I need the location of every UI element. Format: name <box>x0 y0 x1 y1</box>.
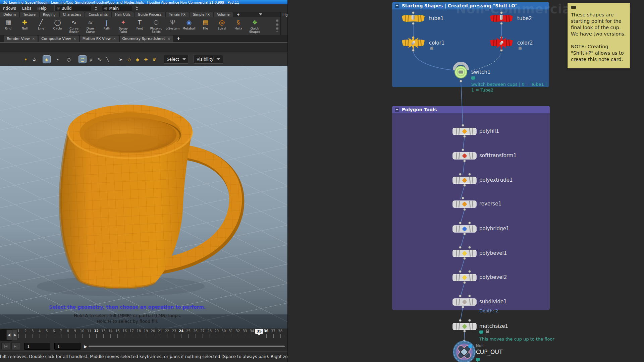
go-to-start-button[interactable]: |◀ <box>1 343 10 350</box>
comment-icon[interactable] <box>476 358 480 361</box>
node-color1[interactable] <box>401 38 426 48</box>
shelf-tab-terrain-fx[interactable]: Terrain FX <box>166 12 189 17</box>
node-label-polybridge1[interactable]: polybridge1 <box>479 226 509 232</box>
network-editor[interactable]: − Starting Shapes | Created pressing "Sh… <box>287 0 644 362</box>
node-label-polybevel2[interactable]: polybevel2 <box>479 274 507 280</box>
select-by-normal-icon[interactable]: ♛ <box>151 56 158 63</box>
node-switch1[interactable] <box>454 66 467 78</box>
menu-windows[interactable]: ndows <box>0 6 19 11</box>
shelf-tab-texture[interactable]: Texture <box>20 12 39 17</box>
shelf-tool-quick-shapes[interactable]: ❖Quick Shapes <box>247 18 263 34</box>
comment-icon[interactable] <box>471 76 475 79</box>
select-frontfacing-icon[interactable]: ◆ <box>134 56 141 63</box>
node-label-color1[interactable]: color1 <box>429 40 444 46</box>
shelf-tab-guide-process[interactable]: Guide Process <box>135 12 165 17</box>
node-label-softtransform1[interactable]: softtransform1 <box>479 153 517 159</box>
shelf-tool-spiral[interactable]: @Spiral <box>214 18 230 30</box>
node-softtransform1[interactable] <box>452 151 477 161</box>
shelf-tool-spray-paint[interactable]: ✦Spray Paint <box>115 18 131 34</box>
shelf-tab-add[interactable]: + <box>233 12 243 17</box>
shelf-overflow-icon[interactable] <box>259 13 262 15</box>
shelf-tab-deform[interactable]: Deform <box>0 12 19 17</box>
select-snap-icon[interactable]: ✚ <box>142 56 150 63</box>
node-label-tube1[interactable]: tube1 <box>429 15 444 21</box>
null-display-flag[interactable] <box>468 344 472 348</box>
marquee-select-icon[interactable]: ▢ <box>79 56 86 63</box>
next-keyframe-button[interactable]: |▶ <box>12 329 18 340</box>
shelf-tool-l-system[interactable]: ΨL-System <box>164 18 181 30</box>
shelf-tool-line[interactable]: ╱Line <box>33 18 49 30</box>
desktop-spinner[interactable] <box>95 6 97 10</box>
pane-tab-add[interactable]: + <box>174 36 183 42</box>
shelf-tool-grid[interactable]: ▦Grid <box>0 18 16 30</box>
node-subdivide1[interactable] <box>452 297 477 307</box>
close-icon[interactable]: × <box>167 36 170 42</box>
node-label-matchsize1[interactable]: matchsize1 <box>479 323 508 329</box>
visibility-dropdown[interactable]: Visibility <box>194 55 223 64</box>
node-matchsize1[interactable] <box>452 321 477 331</box>
shelf-tab-characters[interactable]: Characters <box>60 12 85 17</box>
node-label-cup-out[interactable]: CUP_OUT <box>476 349 502 355</box>
shelf-tab-rigging[interactable]: Rigging <box>40 12 59 17</box>
shelf-tool-path[interactable]: ʃPath <box>99 18 115 30</box>
pane-tab-render-view[interactable]: Render View× <box>4 36 38 42</box>
shelf-tab-simple-fx[interactable]: Simple FX <box>190 12 213 17</box>
shelf-tool-metaball[interactable]: ◉Metaball <box>181 18 197 30</box>
netbox-polygon-tools-header[interactable]: − Polygon Tools <box>392 106 550 113</box>
laser-select-icon[interactable]: ╲ <box>104 56 111 63</box>
shelf-tab-volume[interactable]: Volume <box>214 12 233 17</box>
shelf-tool-circle[interactable]: ◯Circle <box>49 18 66 30</box>
node-label-switch1[interactable]: switch1 <box>471 69 490 75</box>
node-polyextrude1[interactable] <box>452 175 477 185</box>
netbox-starting-shapes-header[interactable]: − Starting Shapes | Created pressing "Sh… <box>392 2 549 9</box>
collapse-icon[interactable]: − <box>395 108 399 112</box>
node-label-reverse1[interactable]: reverse1 <box>479 201 501 207</box>
timeline-ruler[interactable]: ◀| |▶ 1234567891011121314151617181920212… <box>0 328 287 341</box>
scene-viewport[interactable]: Select the geometry, then choose an oper… <box>0 66 287 329</box>
close-icon[interactable]: × <box>73 36 76 42</box>
node-reverse1[interactable] <box>452 199 477 209</box>
shelf-tool-helix[interactable]: §Helix <box>230 18 247 30</box>
node-polyfill1[interactable] <box>452 126 477 136</box>
range-end-input[interactable]: 1 <box>54 343 80 350</box>
node-label-tube2[interactable]: tube2 <box>517 15 532 21</box>
node-cup-out[interactable] <box>453 341 476 362</box>
menu-labs[interactable]: Labs <box>19 6 35 11</box>
context-spinner[interactable] <box>136 6 138 10</box>
close-icon[interactable]: × <box>32 36 35 42</box>
node-label-polyextrude1[interactable]: polyextrude1 <box>479 177 513 183</box>
node-polybevel1[interactable] <box>452 248 477 258</box>
play-button[interactable]: ▶ <box>84 344 87 349</box>
shelf-tool-platonic-solids[interactable]: ⬡Platonic Solids <box>148 18 164 34</box>
shelf-tab-lights-partial[interactable]: Lig <box>282 13 288 17</box>
shelf-tool-curve-bezier[interactable]: ∿Curve Bezier <box>66 18 82 34</box>
shelf-tool-null[interactable]: ✚Null <box>16 18 33 30</box>
show-selectable-icon[interactable]: ✶ <box>22 56 30 63</box>
range-start-input[interactable]: 1 <box>24 343 50 350</box>
brush-select-icon[interactable]: ✎ <box>96 56 103 63</box>
shelf-tool-draw-curve[interactable]: ≈Draw Curve <box>82 18 99 34</box>
menu-help[interactable]: Help <box>35 6 50 11</box>
prev-keyframe-button[interactable]: ◀| <box>6 329 12 340</box>
playback-range-slider[interactable] <box>89 346 285 347</box>
shelf-grip-handle[interactable] <box>276 19 278 32</box>
select-geometry-icon[interactable]: ◈ <box>43 56 50 63</box>
select-mode-dropdown[interactable]: Select <box>164 55 189 64</box>
shelf-tab-hair-utils[interactable]: Hair Utils <box>112 12 134 17</box>
go-to-end-button[interactable]: ▶| <box>11 343 20 350</box>
sticky-note[interactable]: − These shapes are starting point for th… <box>568 3 630 68</box>
collapse-icon[interactable]: − <box>395 4 399 8</box>
current-frame-badge[interactable]: 35 <box>255 329 263 334</box>
close-icon[interactable]: × <box>113 36 116 42</box>
lasso-select-icon[interactable]: ρ <box>87 56 95 63</box>
node-label-subdivide1[interactable]: subdivide1 <box>479 299 507 305</box>
node-polybevel2[interactable] <box>452 273 477 283</box>
select-objects-icon[interactable]: ○ <box>65 56 72 63</box>
sticky-note-collapse-icon[interactable]: − <box>571 6 576 9</box>
node-color2[interactable] <box>489 38 514 48</box>
node-label-polybevel1[interactable]: polybevel1 <box>479 250 507 256</box>
secure-selection-icon[interactable]: • <box>54 56 61 63</box>
shelf-tool-font[interactable]: TFont <box>131 18 148 30</box>
desktop-selector[interactable]: ⊞ Build <box>54 5 91 11</box>
pane-tab-motion-fx-view[interactable]: Motion FX View× <box>80 36 119 42</box>
